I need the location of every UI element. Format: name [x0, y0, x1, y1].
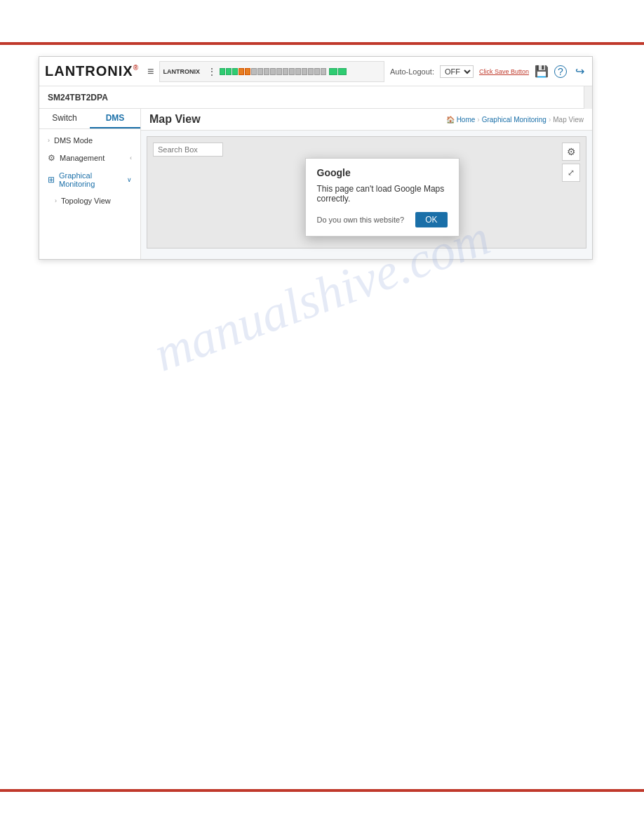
port-5 [245, 68, 250, 75]
port-4 [239, 68, 244, 75]
network-icon: ⊞ [48, 175, 55, 185]
tab-switch[interactable]: Switch [39, 109, 90, 128]
google-ok-button[interactable]: OK [415, 212, 447, 227]
sidebar-graphical-monitoring-label: Graphical Monitoring [59, 171, 123, 188]
logout-icon-button[interactable]: ↪ [572, 65, 586, 79]
map-expand-button[interactable]: ⤢ [562, 164, 580, 182]
sidebar-management-label: Management [60, 154, 105, 162]
google-dialog-question: Do you own this website? [317, 216, 405, 224]
sfp-group [329, 68, 347, 75]
auto-logout-label: Auto-Logout: [390, 67, 434, 76]
click-save-button-label[interactable]: Click Save Button [479, 68, 529, 75]
bottom-decorative-line [0, 789, 644, 792]
logo-name: LANTRONIX [45, 63, 133, 79]
tab-bar: Switch DMS [39, 109, 140, 129]
main-content: Map View 🏠 Home › Graphical Monitoring ›… [141, 109, 592, 259]
port-1 [220, 68, 225, 75]
port-6 [251, 68, 257, 75]
tab-dms[interactable]: DMS [90, 109, 140, 128]
map-container: ⚙ ⤢ Google This page can't load Google M… [147, 136, 586, 249]
top-decorative-line [0, 42, 644, 45]
chevron-down-icon: ∨ [127, 176, 132, 183]
google-dialog-message: This page can't load Google Maps correct… [317, 184, 448, 204]
port-12 [289, 68, 295, 75]
sidebar-menu: › DMS Mode ⚙ Management ‹ ⊞ Graphical Mo… [39, 129, 140, 212]
three-dots: ⋮ [207, 66, 217, 77]
sidebar-topology-view-label: Topology View [61, 197, 111, 205]
port-8 [264, 68, 269, 75]
page-title: Map View [149, 113, 201, 126]
browser-window: LANTRONIX® ≡ LANTRONIX ⋮ [39, 56, 593, 260]
breadcrumb-current: Map View [553, 116, 584, 124]
breadcrumb-sep-1: › [477, 116, 479, 124]
device-panel-label: LANTRONIX [163, 68, 200, 75]
port-15 [308, 68, 314, 75]
port-7 [257, 68, 263, 75]
port-10 [276, 68, 282, 75]
sidebar-item-topology-view[interactable]: › Topology View [39, 192, 140, 209]
port-17 [321, 68, 326, 75]
sfp-port-1 [329, 68, 337, 75]
logo-r: ® [133, 64, 139, 72]
home-icon: 🏠 [446, 116, 455, 124]
app-header: LANTRONIX® ≡ LANTRONIX ⋮ [39, 57, 592, 86]
search-input[interactable] [153, 143, 223, 157]
port-2 [226, 68, 232, 75]
hamburger-menu-icon[interactable]: ≡ [147, 65, 154, 78]
save-icon-button[interactable]: 💾 [535, 65, 549, 79]
map-search [153, 143, 223, 157]
breadcrumb: 🏠 Home › Graphical Monitoring › Map View [446, 116, 584, 124]
gear-icon: ⚙ [48, 153, 55, 163]
google-maps-dialog: Google This page can't load Google Maps … [305, 158, 459, 237]
sfp-port-2 [338, 68, 347, 75]
map-settings-button[interactable]: ⚙ [562, 143, 580, 161]
logo-text: LANTRONIX® [45, 63, 139, 79]
logo-area: LANTRONIX® ≡ [45, 63, 154, 79]
port-14 [302, 68, 307, 75]
chevron-right-icon: › [48, 137, 50, 144]
sidebar-dms-mode-label: DMS Mode [54, 136, 93, 145]
chevron-left-icon: ‹ [130, 154, 132, 161]
main-layout: Switch DMS › DMS Mode ⚙ Management ‹ [39, 109, 592, 259]
port-group-1 [220, 68, 326, 75]
sidebar: Switch DMS › DMS Mode ⚙ Management ‹ [39, 109, 141, 259]
port-3 [232, 68, 238, 75]
sub-header: SM24TBT2DPA [39, 86, 592, 109]
device-panel: LANTRONIX ⋮ [159, 61, 384, 82]
breadcrumb-graphical-monitoring[interactable]: Graphical Monitoring [482, 116, 546, 124]
sidebar-item-dms-mode[interactable]: › DMS Mode [39, 132, 140, 149]
help-icon-button[interactable]: ? [554, 65, 567, 78]
port-16 [314, 68, 320, 75]
sidebar-item-graphical-monitoring[interactable]: ⊞ Graphical Monitoring ∨ [39, 167, 140, 192]
auto-logout-select[interactable]: OFF [440, 65, 474, 78]
google-dialog-title: Google [317, 167, 448, 178]
chevron-right-sub-icon: › [55, 197, 57, 204]
breadcrumb-sep-2: › [549, 116, 551, 124]
port-9 [270, 68, 276, 75]
device-model-name: SM24TBT2DPA [48, 93, 108, 102]
breadcrumb-home[interactable]: Home [457, 116, 476, 124]
map-controls: ⚙ ⤢ [562, 143, 580, 182]
port-11 [283, 68, 288, 75]
top-right-controls: Auto-Logout: OFF Click Save Button 💾 ? ↪ [390, 65, 586, 79]
google-dialog-footer: Do you own this website? OK [317, 212, 448, 227]
content-header: Map View 🏠 Home › Graphical Monitoring ›… [141, 109, 592, 131]
sidebar-item-management[interactable]: ⚙ Management ‹ [39, 149, 140, 167]
page-wrapper: LANTRONIX® ≡ LANTRONIX ⋮ [0, 0, 644, 834]
port-13 [295, 68, 301, 75]
